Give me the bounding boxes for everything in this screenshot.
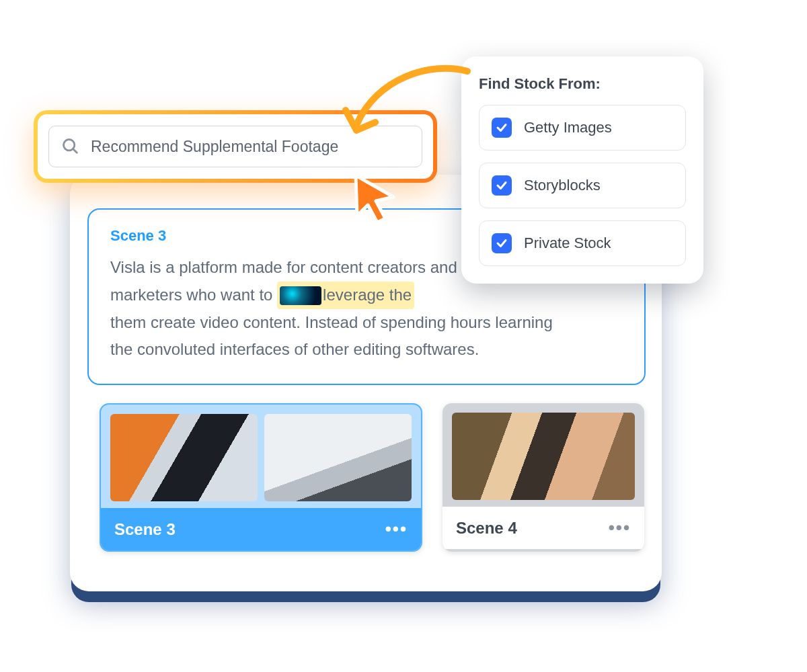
svg-line-1 (73, 149, 77, 153)
callout-arrow-icon (336, 58, 484, 159)
stock-option-getty[interactable]: Getty Images (479, 105, 686, 151)
highlight-text: leverage the (323, 286, 412, 304)
search-text: Recommend Supplemental Footage (91, 138, 338, 156)
checkbox-checked-icon[interactable] (492, 233, 512, 253)
scene-line-3: them create video content. Instead of sp… (110, 313, 553, 331)
scene4-label: Scene 4 (456, 519, 517, 538)
stage: Scene 3 Visla is a platform made for con… (0, 0, 807, 672)
option-label: Getty Images (524, 119, 612, 136)
popover-title: Find Stock From: (479, 75, 686, 93)
scene4-thumb[interactable] (452, 413, 635, 500)
scene3-footer: Scene 3 ••• (101, 508, 421, 550)
option-label: Storyblocks (524, 177, 601, 194)
scene3-thumb-row (101, 405, 421, 508)
cursor-icon (348, 170, 401, 224)
scene3-label: Scene 3 (114, 520, 176, 539)
scene-cards-row: Scene 3 ••• Scene 4 ••• (100, 403, 644, 552)
checkbox-checked-icon[interactable] (492, 118, 512, 138)
checkbox-checked-icon[interactable] (492, 175, 512, 196)
highlighted-footage-token[interactable]: leverage the (277, 282, 414, 309)
stock-option-storyblocks[interactable]: Storyblocks (479, 163, 686, 208)
scene-line-1: Visla is a platform made for content cre… (110, 258, 457, 276)
scene4-more-icon[interactable]: ••• (609, 517, 631, 538)
search-icon (61, 137, 80, 156)
scene3-thumb-1[interactable] (110, 414, 258, 501)
scene-line-4: the convoluted interfaces of other editi… (110, 340, 479, 358)
scene-line-2a: marketers who want to (110, 286, 272, 304)
scene4-footer: Scene 4 ••• (443, 507, 644, 549)
scene3-more-icon[interactable]: ••• (385, 519, 408, 540)
scene-card-3[interactable]: Scene 3 ••• (100, 403, 422, 552)
option-label: Private Stock (524, 235, 611, 252)
scene-card-4[interactable]: Scene 4 ••• (443, 403, 644, 552)
scene3-thumb-2[interactable] (264, 414, 412, 501)
stock-option-private[interactable]: Private Stock (479, 220, 686, 266)
inline-clip-thumb[interactable] (280, 286, 321, 305)
find-stock-popover: Find Stock From: Getty Images Storyblock… (461, 56, 703, 284)
